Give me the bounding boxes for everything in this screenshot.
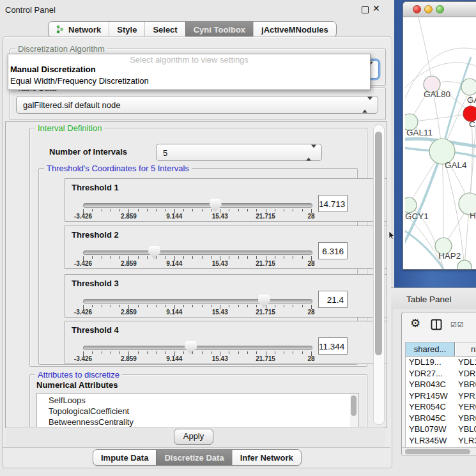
minor-tick (284, 351, 284, 354)
list-item[interactable]: TopologicalCoefficient (37, 406, 358, 417)
list-item[interactable]: BetweennessCentrality (37, 417, 358, 427)
vertical-scrollbar[interactable] (373, 125, 385, 425)
tab-jactivemnodules[interactable]: jActiveMNodules (253, 22, 336, 37)
popup-item-manual-discretization[interactable]: Manual Discretization (10, 65, 96, 74)
minor-tick (256, 256, 257, 259)
scrollbar-thumb[interactable] (405, 449, 470, 454)
table-panel-title: Table Panel (406, 295, 452, 304)
panel-bottom-border (3, 447, 390, 448)
tab-infer-network[interactable]: Infer Network (232, 450, 301, 465)
slider-ticks (83, 209, 311, 215)
close-icon[interactable]: ✕ (372, 3, 380, 13)
minor-tick (238, 256, 239, 259)
minor-tick (119, 209, 120, 211)
table-row[interactable]: YBL079WYBL079W (406, 424, 476, 436)
minor-tick (165, 305, 166, 307)
cell-shared-name: YLR345W (409, 436, 447, 445)
combo-stepper-icon[interactable] (306, 148, 316, 157)
list-scrollbar[interactable] (350, 394, 358, 427)
table-row[interactable]: YLR345WYLR345W (406, 436, 476, 447)
tab-impute-data[interactable]: Impute Data (93, 450, 156, 465)
horizontal-scrollbar[interactable] (402, 447, 476, 456)
cell-shared-name: YBR045C (409, 413, 446, 423)
minor-tick (192, 256, 193, 259)
minor-tick (202, 305, 203, 307)
minor-tick (211, 209, 211, 211)
tick-label: 9.144 (166, 260, 182, 267)
tick-label: 2.859 (121, 260, 137, 267)
tab-style[interactable]: Style (109, 22, 144, 37)
slider-track[interactable] (83, 299, 312, 303)
table-row[interactable]: YDR27...YDR27... (406, 369, 476, 380)
network-view-window[interactable]: GAL80GACGAL11GAL4GCY1HHAP2 (403, 1, 476, 270)
number-of-intervals-label: Number of Intervals (49, 147, 127, 157)
minor-tick (284, 305, 284, 307)
tab-cyni-toolbox[interactable]: Cyni Toolbox (185, 22, 253, 37)
minor-tick (92, 351, 93, 354)
minimize-traffic-light-icon[interactable] (424, 5, 433, 13)
minor-tick (211, 351, 211, 354)
minor-tick (147, 209, 148, 211)
popup-item-equal-width-frequency-discretization[interactable]: Equal Width/Frequency Discretization (10, 76, 149, 86)
table-data-combobox[interactable]: galFiltered.sif default node (16, 96, 378, 114)
scrollbar-thumb[interactable] (375, 132, 382, 355)
minor-tick (284, 209, 284, 211)
tick-label: -3.426 (74, 260, 92, 267)
node-label: GAL4 (445, 160, 467, 170)
network-node[interactable] (457, 260, 472, 269)
tab-network[interactable]: Network (49, 22, 109, 37)
cell-name: YBR043C (458, 380, 476, 389)
tick-label: 15.43 (212, 213, 228, 220)
cell-name: YBR045C (458, 413, 476, 423)
tick-label: 28 (307, 213, 314, 220)
minor-tick (102, 305, 102, 307)
table-row[interactable]: YPR145WYPR145W (406, 391, 476, 403)
slider-track[interactable] (83, 250, 312, 255)
threshold-panel-1: Threshold 1-3.4262.8599.14415.4321.71528… (65, 178, 387, 222)
tick-label: -3.426 (74, 213, 92, 220)
checkbox-columns-icon[interactable]: ☑☑ (450, 321, 464, 329)
threshold-value-field[interactable]: 21.4 (318, 291, 348, 308)
combo-stepper-icon[interactable] (362, 100, 372, 110)
table-row[interactable]: YDL19...YDL19... (406, 357, 476, 369)
attributes-list[interactable]: SelfLoopsTopologicalCoefficientBetweenne… (36, 393, 359, 428)
tab-label: Cyni Toolbox (194, 25, 245, 35)
cell-name: YDL19... (458, 357, 476, 367)
tick-label: 9.144 (166, 213, 182, 220)
threshold-value-field[interactable]: 14.713 (318, 195, 348, 212)
network-node[interactable] (405, 197, 417, 213)
minor-tick (119, 305, 120, 307)
network-canvas[interactable]: GAL80GACGAL11GAL4GCY1HHAP2 (405, 17, 476, 269)
threshold-value-field[interactable]: 6.316 (318, 242, 348, 259)
slider-track[interactable] (83, 203, 312, 208)
cell-shared-name: YDL19... (409, 357, 441, 367)
list-item[interactable]: SelfLoops (37, 395, 358, 406)
table-row[interactable]: YBR045CYBR045C (406, 413, 476, 425)
float-window-icon[interactable] (362, 6, 369, 13)
tab-discretize-data[interactable]: Discretize Data (156, 450, 231, 465)
gear-icon[interactable]: ⚙ (410, 316, 420, 330)
minor-tick (138, 351, 139, 354)
tab-select[interactable]: Select (144, 22, 185, 37)
minor-tick (156, 305, 157, 307)
table-row[interactable]: YBR043CYBR043C (406, 380, 476, 391)
apply-button[interactable]: Apply (174, 429, 213, 445)
column-header-shared-name[interactable]: shared... (406, 342, 455, 357)
close-traffic-light-icon[interactable] (413, 5, 421, 13)
network-node[interactable] (461, 79, 476, 95)
tab-label: Style (117, 25, 137, 35)
column-header-name[interactable]: na... (456, 342, 476, 357)
interval-definition-title: Interval Definition (35, 123, 104, 133)
slider-track[interactable] (83, 346, 312, 350)
minor-tick (202, 209, 203, 211)
number-of-intervals-combobox[interactable]: 5 (156, 144, 322, 161)
zoom-traffic-light-icon[interactable] (436, 5, 444, 13)
minor-tick (211, 305, 211, 307)
node-label: GAL80 (424, 89, 450, 99)
table-row[interactable]: YER054CYER054C (406, 402, 476, 413)
column-layout-icon[interactable] (431, 319, 442, 330)
network-window-titlebar[interactable] (403, 2, 476, 17)
threshold-value-field[interactable]: 11.344 (318, 337, 348, 355)
attributes-group: Attributes to discretize Numerical Attri… (29, 374, 367, 428)
cell-shared-name: YBR043C (409, 380, 446, 389)
